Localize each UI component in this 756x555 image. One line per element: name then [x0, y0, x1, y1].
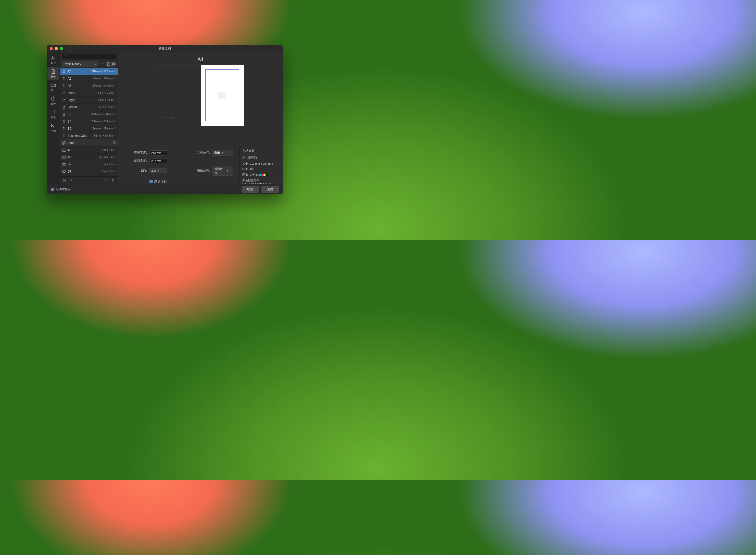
- summary-title: 文档摘要: [242, 149, 278, 153]
- image-placement-select[interactable]: 首选链接▲▼: [212, 166, 233, 176]
- preset-item-5r[interactable]: 5R 5 in × 7 in ♡: [60, 161, 118, 168]
- templates-icon: [50, 109, 56, 115]
- account-icon: [50, 55, 56, 61]
- page-height-input[interactable]: [149, 158, 167, 163]
- show-on-start-checkbox[interactable]: ✓ 启动时显示: [51, 187, 71, 191]
- heart-icon[interactable]: ♡: [114, 163, 116, 166]
- checkbox-icon: ✓: [149, 180, 153, 183]
- preset-item-b4[interactable]: B4 250 mm × 353 mm ♡: [60, 118, 118, 125]
- preset-item-b5[interactable]: B5 176 mm × 250 mm ♡: [60, 125, 118, 132]
- spread-preview: b'lxz'p.com: [157, 65, 244, 126]
- swatch: [259, 174, 261, 176]
- rail-item-templates[interactable]: 模板: [47, 108, 59, 120]
- rail-item-new[interactable]: 新建: [47, 67, 59, 80]
- spread-right-page: [201, 65, 244, 126]
- new-document-window: 新建文档 帐户 新建 打开: [47, 45, 283, 194]
- cancel-button[interactable]: 取消: [242, 186, 259, 193]
- page-icon: [62, 91, 66, 95]
- preset-item-legal[interactable]: Legal 8.5 in × 14 in ♡: [60, 96, 118, 104]
- heart-icon[interactable]: ♡: [114, 148, 116, 152]
- heart-icon[interactable]: ♡: [114, 91, 116, 94]
- preset-item-letter[interactable]: Letter 8.5 in × 11 in ♡: [60, 89, 118, 96]
- create-button[interactable]: 创建: [262, 186, 279, 193]
- section-header-photo[interactable]: 🔗Photo ☰: [60, 139, 118, 146]
- favorite-button[interactable]: [99, 61, 105, 67]
- page-width-input[interactable]: [149, 151, 167, 156]
- heart-icon[interactable]: ♡: [114, 70, 116, 73]
- category-select[interactable]: Press Ready ▲▼: [61, 61, 98, 67]
- search-input-wrap[interactable]: [61, 54, 116, 59]
- preset-item-a5[interactable]: A5 148 mm × 210 mm ♡: [60, 75, 118, 82]
- svg-rect-13: [63, 163, 65, 165]
- window-title: 新建文档: [47, 46, 283, 51]
- preset-item-ledger[interactable]: Ledger 11 in × 17 in ♡: [60, 104, 118, 111]
- rail-item-account[interactable]: 帐户: [47, 54, 59, 66]
- portrait-button[interactable]: [106, 61, 111, 67]
- layout-form: 页面宽度: 文档单元: 毫米▲▼ 页面高度: DPI: 300▲▼ 图像放置: …: [121, 150, 237, 183]
- preset-item-b3[interactable]: B3 353 mm × 500 mm ♡: [60, 111, 118, 118]
- svg-rect-5: [107, 62, 110, 66]
- window-footer: ✓ 启动时显示 取消 创建: [47, 184, 283, 194]
- watermark: b'lxz'p.com: [164, 117, 175, 119]
- sidebar-rail: 帐户 新建 打开 最近: [47, 52, 60, 184]
- swatch: [261, 174, 263, 176]
- svg-rect-11: [63, 156, 65, 158]
- page-icon: [62, 120, 66, 123]
- placeholder-image-icon: [218, 92, 227, 99]
- page-icon: [62, 98, 66, 102]
- presets-footer: [60, 176, 118, 184]
- reset-preset-button[interactable]: [103, 178, 109, 183]
- rail-item-open[interactable]: 打开: [47, 81, 59, 93]
- heart-icon[interactable]: ♡: [114, 98, 116, 101]
- photo-icon: [62, 156, 66, 159]
- heart-icon[interactable]: ♡: [114, 105, 116, 109]
- orientation-buttons: [106, 61, 116, 67]
- color-swatches: [259, 174, 268, 176]
- svg-point-17: [220, 94, 221, 95]
- rail-item-samples[interactable]: 示例: [47, 121, 59, 134]
- import-preset-button[interactable]: [69, 178, 74, 183]
- svg-rect-15: [63, 171, 65, 172]
- checkbox-icon: ✓: [51, 188, 54, 191]
- doc-units-select[interactable]: 毫米▲▼: [212, 150, 233, 156]
- landscape-button[interactable]: [111, 61, 116, 67]
- main-panel: A4 b'lxz'p.com 布局页码颜色边距出血 页面宽度:: [118, 52, 283, 184]
- svg-rect-9: [63, 149, 65, 151]
- photo-icon: [62, 170, 66, 173]
- delete-preset-button[interactable]: [111, 178, 116, 183]
- heart-icon[interactable]: ♡: [114, 134, 116, 137]
- photo-icon: [62, 148, 66, 152]
- preset-item-6r[interactable]: 6R 6 in × 8 in ♡: [60, 168, 118, 175]
- svg-point-4: [64, 55, 65, 57]
- rail-item-recent[interactable]: 最近: [47, 94, 59, 107]
- heart-icon[interactable]: ♡: [114, 77, 116, 80]
- preset-item-a4[interactable]: A4 210 mm × 297 mm ♡: [60, 68, 118, 75]
- preset-item-4r[interactable]: 4R 4 in × 6 in ♡: [60, 146, 118, 154]
- heart-icon[interactable]: ♡: [114, 170, 116, 173]
- default-master-checkbox[interactable]: ✓ 默认母版: [149, 179, 233, 183]
- preview-area: A4 b'lxz'p.com: [118, 52, 283, 144]
- heart-icon[interactable]: ♡: [114, 127, 116, 130]
- recent-icon: [50, 96, 56, 101]
- dpi-select[interactable]: 300▲▼: [149, 168, 167, 173]
- page-icon: [62, 105, 66, 109]
- preset-list[interactable]: A4 210 mm × 297 mm ♡ A5 148 mm × 210 mm …: [60, 68, 118, 176]
- search-input[interactable]: [67, 55, 114, 58]
- heart-icon: [100, 62, 104, 66]
- search-icon: [63, 55, 66, 58]
- summary-format: A4 (对开页): [242, 156, 278, 160]
- folder-icon: [50, 82, 56, 88]
- presets-panel: Press Ready ▲▼ A4 210 mm × 297 mm ♡ A5 1…: [60, 52, 118, 184]
- preset-item-4d[interactable]: 4D 4.5 in × 6 in ♡: [60, 154, 118, 161]
- menu-icon[interactable]: ☰: [113, 141, 116, 145]
- photo-icon: [62, 163, 66, 166]
- heart-icon[interactable]: ♡: [114, 113, 116, 116]
- heart-icon[interactable]: ♡: [114, 84, 116, 87]
- image-icon: [50, 123, 56, 128]
- preset-item-business-card[interactable]: Business Card 55 mm × 88 mm ♡: [60, 132, 118, 139]
- heart-icon[interactable]: ♡: [114, 156, 116, 159]
- add-preset-button[interactable]: [62, 178, 67, 183]
- preset-item-a6[interactable]: A6 105 mm × 148 mm ♡: [60, 82, 118, 89]
- heart-icon[interactable]: ♡: [114, 120, 116, 123]
- document-summary: 文档摘要 A4 (对开页) 大小:210 mm x 297 mm DPI:300…: [239, 147, 280, 181]
